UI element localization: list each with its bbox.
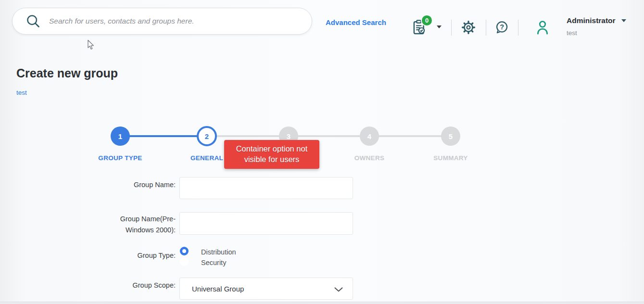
user-account[interactable]: Administrator xyxy=(567,16,626,25)
step-4-owners[interactable]: 4 xyxy=(360,127,379,146)
radio-security[interactable] xyxy=(180,257,189,266)
settings-button[interactable] xyxy=(462,21,475,34)
svg-text:?: ? xyxy=(500,23,504,31)
step-5-label: SUMMARY xyxy=(410,154,492,162)
user-dropdown-caret-icon xyxy=(621,19,626,22)
group-name-input[interactable] xyxy=(179,177,353,199)
radio-distribution[interactable] xyxy=(180,247,189,255)
help-bubble-icon: ? xyxy=(495,21,508,34)
breadcrumb[interactable]: test xyxy=(16,89,27,96)
step-5-summary[interactable]: 5 xyxy=(441,127,460,146)
radio-security-label[interactable]: Security xyxy=(201,259,226,266)
user-menu-button[interactable] xyxy=(536,20,549,35)
mouse-cursor xyxy=(87,39,95,52)
group-name-label: Group Name: xyxy=(79,181,176,189)
group-scope-value: Universal Group xyxy=(192,285,244,293)
search-icon xyxy=(26,14,40,28)
tasks-dropdown-caret-icon[interactable] xyxy=(437,25,442,28)
step-1-group-type[interactable]: 1 xyxy=(111,127,130,146)
page-title: Create new group xyxy=(16,66,118,80)
radio-distribution-label[interactable]: Distribution xyxy=(201,248,236,256)
step-1-label: GROUP TYPE xyxy=(79,154,161,162)
user-domain: test xyxy=(567,29,577,37)
stepper-line-upcoming xyxy=(207,135,451,137)
notification-badge: 0 xyxy=(421,14,433,26)
help-button[interactable]: ? xyxy=(495,21,508,34)
pre-windows-name-label: Group Name(Pre-Windows 2000): xyxy=(112,214,176,236)
bottom-edge xyxy=(0,302,644,304)
divider xyxy=(451,20,452,36)
container-warning-tooltip: Container option not visible for users xyxy=(224,140,319,169)
user-icon xyxy=(536,20,549,35)
stepper-line-complete xyxy=(120,135,207,137)
chevron-down-icon xyxy=(334,287,343,292)
gear-icon xyxy=(462,21,475,34)
divider xyxy=(486,20,486,36)
pre-windows-name-input[interactable] xyxy=(179,212,353,235)
divider xyxy=(518,20,518,36)
group-scope-label: Group Scope: xyxy=(79,281,176,289)
step-2-general[interactable]: 2 xyxy=(197,126,217,146)
search-input[interactable] xyxy=(49,17,280,25)
user-name: Administrator xyxy=(567,16,616,25)
group-type-label: Group Type: xyxy=(79,252,176,259)
advanced-search-link[interactable]: Advanced Search xyxy=(326,18,386,26)
search-bar xyxy=(12,8,312,35)
group-scope-select[interactable]: Universal Group xyxy=(179,278,353,300)
step-4-label: OWNERS xyxy=(328,154,410,162)
